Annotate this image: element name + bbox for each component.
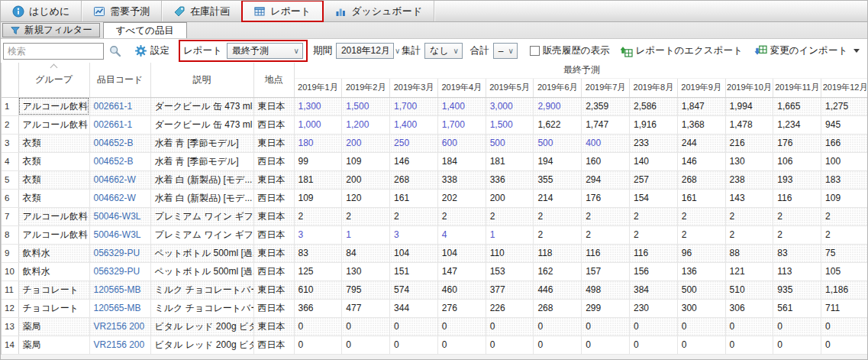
- cell-forecast-value[interactable]: 366: [294, 299, 342, 317]
- cell-location[interactable]: 東日本: [253, 281, 294, 299]
- cell-forecast-value[interactable]: 200: [342, 134, 390, 152]
- cell-forecast-value[interactable]: 88: [725, 244, 773, 262]
- cell-forecast-value[interactable]: 2: [773, 225, 821, 244]
- cell-location[interactable]: 西日本: [253, 152, 294, 170]
- sales-history-checkbox[interactable]: [530, 46, 540, 56]
- cell-forecast-value[interactable]: 2: [294, 207, 342, 225]
- cell-description[interactable]: 水着 青 [季節モデル]: [150, 134, 253, 152]
- cell-forecast-value[interactable]: 0: [582, 336, 630, 354]
- cell-group[interactable]: 飲料水: [18, 244, 89, 262]
- cell-item-code[interactable]: 004662-W: [89, 189, 150, 207]
- cell-forecast-value[interactable]: 711: [821, 299, 868, 317]
- period-select[interactable]: 2018年12月 ∨: [336, 43, 394, 59]
- cell-forecast-value[interactable]: 109: [342, 152, 390, 170]
- cell-forecast-value[interactable]: 109: [294, 189, 342, 207]
- cell-forecast-value[interactable]: 83: [773, 244, 821, 262]
- import-changes-button[interactable]: 変更のインポート: [754, 44, 847, 57]
- tab-inventory-plan[interactable]: 在庫計画: [162, 1, 242, 21]
- cell-forecast-value[interactable]: 153: [486, 262, 534, 281]
- cell-forecast-value[interactable]: 0: [773, 336, 821, 354]
- cell-forecast-value[interactable]: 146: [390, 152, 438, 170]
- cell-location[interactable]: 東日本: [253, 134, 294, 152]
- cell-description[interactable]: プレミアム ワイン ギフト ...: [150, 225, 253, 244]
- column-header-month[interactable]: 2019年5月: [486, 78, 534, 97]
- cell-description[interactable]: ペットボトル 500ml [過...: [150, 262, 253, 281]
- cell-forecast-value[interactable]: 100: [821, 152, 868, 170]
- cell-forecast-value[interactable]: 143: [725, 189, 773, 207]
- cell-forecast-value[interactable]: 1,747: [582, 115, 630, 134]
- settings-button[interactable]: 設定: [134, 44, 169, 57]
- cell-item-code[interactable]: 120565-MB: [89, 299, 150, 317]
- cell-forecast-value[interactable]: 194: [534, 152, 582, 170]
- cell-forecast-value[interactable]: 0: [294, 317, 342, 336]
- cell-forecast-value[interactable]: 294: [582, 170, 630, 189]
- cell-item-code[interactable]: VR2156 200: [89, 336, 150, 354]
- cell-forecast-value[interactable]: 2: [486, 207, 534, 225]
- cell-forecast-value[interactable]: 183: [821, 170, 868, 189]
- cell-forecast-value[interactable]: 0: [534, 336, 582, 354]
- cell-description[interactable]: ダークビール 缶 473 ml [...: [150, 97, 253, 115]
- cell-forecast-value[interactable]: 216: [725, 134, 773, 152]
- column-header-month[interactable]: 2019年6月: [534, 78, 582, 97]
- cell-forecast-value[interactable]: 214: [534, 189, 582, 207]
- cell-group[interactable]: アルコール飲料: [18, 115, 89, 134]
- cell-forecast-value[interactable]: 600: [437, 134, 486, 152]
- cell-forecast-value[interactable]: 180: [294, 134, 342, 152]
- cell-forecast-value[interactable]: 1,000: [294, 115, 342, 134]
- cell-forecast-value[interactable]: 510: [725, 281, 773, 299]
- cell-forecast-value[interactable]: 110: [486, 244, 534, 262]
- cell-forecast-value[interactable]: 0: [773, 317, 821, 336]
- cell-forecast-value[interactable]: 96: [677, 244, 725, 262]
- cell-forecast-value[interactable]: 377: [486, 281, 534, 299]
- cell-forecast-value[interactable]: 2: [677, 225, 725, 244]
- cell-forecast-value[interactable]: 104: [390, 244, 438, 262]
- cell-forecast-value[interactable]: 935: [773, 281, 821, 299]
- cell-forecast-value[interactable]: 0: [821, 317, 868, 336]
- cell-location[interactable]: 西日本: [253, 225, 294, 244]
- cell-forecast-value[interactable]: 574: [390, 281, 438, 299]
- cell-forecast-value[interactable]: 1,622: [534, 115, 582, 134]
- cell-forecast-value[interactable]: 338: [437, 170, 486, 189]
- cell-forecast-value[interactable]: 1,400: [437, 97, 486, 115]
- cell-forecast-value[interactable]: 0: [629, 336, 677, 354]
- row-number[interactable]: 14: [2, 336, 18, 354]
- column-header-description[interactable]: 説明: [150, 63, 253, 97]
- cell-forecast-value[interactable]: 268: [534, 299, 582, 317]
- cell-forecast-value[interactable]: 1,200: [342, 115, 390, 134]
- cell-item-code[interactable]: 004662-W: [89, 170, 150, 189]
- cell-forecast-value[interactable]: 2,586: [629, 97, 677, 115]
- cell-forecast-value[interactable]: 0: [534, 317, 582, 336]
- cell-forecast-value[interactable]: 336: [486, 170, 534, 189]
- row-number[interactable]: 12: [2, 299, 18, 317]
- column-header-month[interactable]: 2019年8月: [629, 78, 677, 97]
- cell-forecast-value[interactable]: 3,000: [486, 97, 534, 115]
- cell-forecast-value[interactable]: 121: [725, 262, 773, 281]
- cell-forecast-value[interactable]: 116: [773, 189, 821, 207]
- cell-description[interactable]: 水着 白 (新製品) [モデ...: [150, 189, 253, 207]
- tab-demand-forecast[interactable]: 需要予測: [82, 1, 162, 21]
- cell-forecast-value[interactable]: 104: [437, 244, 486, 262]
- cell-forecast-value[interactable]: 355: [534, 170, 582, 189]
- cell-forecast-value[interactable]: 166: [821, 134, 868, 152]
- cell-forecast-value[interactable]: 2: [773, 207, 821, 225]
- cell-forecast-value[interactable]: 140: [629, 152, 677, 170]
- cell-forecast-value[interactable]: 244: [677, 134, 725, 152]
- cell-forecast-value[interactable]: 0: [437, 336, 486, 354]
- total-select[interactable]: – ∨: [493, 43, 518, 59]
- column-header-month[interactable]: 2019年3月: [390, 78, 438, 97]
- cell-forecast-value[interactable]: 154: [629, 189, 677, 207]
- cell-forecast-value[interactable]: 2: [390, 207, 438, 225]
- cell-forecast-value[interactable]: 0: [390, 317, 438, 336]
- cell-description[interactable]: プレミアム ワイン ギフト ...: [150, 207, 253, 225]
- column-header-month[interactable]: 2019年11月: [773, 78, 821, 97]
- cell-forecast-value[interactable]: 2: [534, 207, 582, 225]
- cell-forecast-value[interactable]: 1,400: [390, 115, 438, 134]
- cell-forecast-value[interactable]: 1,500: [486, 115, 534, 134]
- cell-forecast-value[interactable]: 2: [725, 225, 773, 244]
- cell-location[interactable]: 西日本: [253, 336, 294, 354]
- cell-item-code[interactable]: 120565-MB: [89, 281, 150, 299]
- cell-forecast-value[interactable]: 500: [677, 281, 725, 299]
- cell-forecast-value[interactable]: 0: [342, 317, 390, 336]
- column-header-month[interactable]: 2019年4月: [437, 78, 486, 97]
- cell-description[interactable]: ミルク チョコレートバー 20...: [150, 281, 253, 299]
